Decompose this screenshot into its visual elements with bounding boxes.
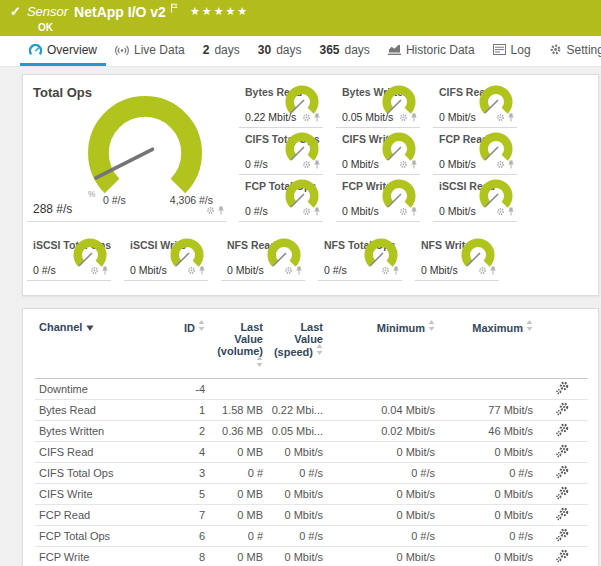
cell-maximum: 0 Mbit/s [439, 505, 537, 526]
table-row: CIFS Total Ops 3 0 # 0 #/s 0 #/s 0 #/s [35, 463, 588, 484]
channel-gauge-fcp-total-ops: FCP Total Ops 0 #/s [239, 175, 323, 222]
channel-settings-gear-icon[interactable] [555, 423, 570, 439]
channel-gauge-iscsi-read: iSCSI Read 0 Mbit/s [433, 175, 517, 222]
tab-log[interactable]: Log [484, 36, 540, 66]
cell-volume: 0 # [209, 526, 267, 547]
tab-label: Log [511, 43, 531, 57]
cell-maximum: 0 Mbit/s [439, 547, 537, 566]
gauge-settings-gear-icon[interactable] [302, 108, 311, 126]
tab-label: days [214, 43, 239, 57]
channel-settings-gear-icon[interactable] [555, 465, 570, 481]
cell-minimum: 0 Mbit/s [327, 547, 439, 566]
cell-maximum: 77 Mbit/s [439, 400, 537, 421]
gauge-pin-icon[interactable] [313, 155, 321, 173]
gauge-pin-icon[interactable] [410, 202, 418, 220]
channel-settings-gear-icon[interactable] [555, 507, 570, 523]
gauge-settings-gear-icon[interactable] [187, 261, 196, 279]
main-gauge: % [77, 93, 213, 209]
gauge-settings-gear-icon[interactable] [399, 108, 408, 126]
gauge-settings-gear-icon[interactable] [90, 261, 99, 279]
cell-channel: FCP Total Ops [35, 526, 163, 547]
gauge-pin-icon[interactable] [489, 261, 497, 279]
tab-live-data[interactable]: Live Data [106, 36, 194, 66]
cell-id: 2 [163, 421, 209, 442]
sort-icon [316, 345, 323, 357]
channel-settings-gear-icon[interactable] [555, 486, 570, 502]
gauge-settings-gear-icon[interactable] [284, 261, 293, 279]
gauge-settings-gear-icon[interactable] [399, 155, 408, 173]
tab-2-days[interactable]: 2days [194, 36, 249, 66]
cell-minimum: 0 Mbit/s [327, 484, 439, 505]
mini-gauge-value: 0 Mbit/s [130, 264, 167, 276]
cell-minimum: 0 #/s [327, 463, 439, 484]
tab-label: days [276, 43, 301, 57]
gauge-pin-icon[interactable] [101, 261, 109, 279]
content-area: Total Ops % 0 #/s 4,306 #/s 288 #/s Byte… [0, 67, 601, 566]
cell-volume: 0 # [209, 463, 267, 484]
column-header-channel[interactable]: Channel [35, 313, 163, 379]
column-header-last-value-speed-[interactable]: Last Value (speed) [267, 313, 327, 379]
channel-settings-gear-icon[interactable] [555, 549, 570, 565]
cell-speed: 0 Mbit/s [267, 484, 327, 505]
cell-id: 1 [163, 400, 209, 421]
gauge-pin-icon[interactable] [392, 261, 400, 279]
table-row: CIFS Write 5 0 MB 0 Mbit/s 0 Mbit/s 0 Mb… [35, 484, 588, 505]
channel-settings-gear-icon[interactable] [555, 528, 570, 544]
mini-gauge-value: 0 Mbit/s [421, 264, 458, 276]
gauge-settings-gear-icon[interactable] [399, 202, 408, 220]
gauge-pin-icon[interactable] [507, 108, 515, 126]
gauge-pin-icon[interactable] [410, 155, 418, 173]
table-row: Bytes Written 2 0.36 MB 0.05 Mbi... 0.02… [35, 421, 588, 442]
cell-id: 7 [163, 505, 209, 526]
gauge-settings-gear-icon[interactable] [478, 261, 487, 279]
gauge-settings-gear-icon[interactable] [381, 261, 390, 279]
table-row: FCP Total Ops 6 0 # 0 #/s 0 #/s 0 #/s [35, 526, 588, 547]
column-header-maximum[interactable]: Maximum [439, 313, 537, 379]
table-row: Downtime -4 [35, 379, 588, 400]
cell-speed: 0 Mbit/s [267, 547, 327, 566]
mini-gauge-grid-bottom: iSCSI Total Ops 0 #/s iSCSI Write 0 Mbit… [27, 234, 590, 281]
gauge-settings-gear-icon[interactable] [496, 155, 505, 173]
tab-label: Historic Data [406, 43, 475, 57]
sort-icon [428, 321, 435, 333]
gauge-pin-icon[interactable] [313, 202, 321, 220]
channels-table-panel: ChannelIDLast Value (volume)Last Value (… [22, 308, 599, 566]
gauge-settings-gear-icon[interactable] [206, 201, 215, 219]
channel-settings-gear-icon[interactable] [555, 444, 570, 460]
tab-30-days[interactable]: 30days [249, 36, 311, 66]
channel-gauge-bytes-written: Bytes Written 0.05 Mbit/s [336, 81, 420, 128]
channel-settings-gear-icon[interactable] [555, 402, 570, 418]
main-gauge-min: 0 #/s [103, 194, 126, 206]
channel-settings-gear-icon[interactable] [555, 381, 570, 397]
tab-overview[interactable]: Overview [20, 36, 106, 66]
gauge-pin-icon[interactable] [410, 108, 418, 126]
cell-minimum [327, 379, 439, 400]
tab-365-days[interactable]: 365days [310, 36, 378, 66]
channel-gauge-iscsi-total-ops: iSCSI Total Ops 0 #/s [27, 234, 111, 281]
cell-channel: FCP Read [35, 505, 163, 526]
gauge-pin-icon[interactable] [313, 108, 321, 126]
cell-id: 8 [163, 547, 209, 566]
gauge-settings-gear-icon[interactable] [302, 202, 311, 220]
gauge-settings-gear-icon[interactable] [496, 108, 505, 126]
table-row: FCP Write 8 0 MB 0 Mbit/s 0 Mbit/s 0 Mbi… [35, 547, 588, 566]
gauge-settings-gear-icon[interactable] [302, 155, 311, 173]
settings-gear-icon [549, 43, 562, 56]
column-header-last-value-volume-[interactable]: Last Value (volume) [209, 313, 267, 379]
cell-volume: 0.36 MB [209, 421, 267, 442]
tab-settings[interactable]: Settings [540, 36, 601, 66]
cell-id: 5 [163, 484, 209, 505]
cell-maximum: 0 Mbit/s [439, 442, 537, 463]
tab-historic-data[interactable]: Historic Data [379, 36, 484, 66]
gauge-pin-icon[interactable] [507, 155, 515, 173]
cell-speed: 0.05 Mbi... [267, 421, 327, 442]
gauge-settings-gear-icon[interactable] [496, 202, 505, 220]
gauge-pin-icon[interactable] [295, 261, 303, 279]
column-header-minimum[interactable]: Minimum [327, 313, 439, 379]
priority-stars[interactable]: ★★★★★ [190, 5, 249, 18]
gauge-pin-icon[interactable] [507, 202, 515, 220]
cell-maximum: 0 Mbit/s [439, 484, 537, 505]
gauge-pin-icon[interactable] [198, 261, 206, 279]
column-header-id[interactable]: ID [163, 313, 209, 379]
gauge-pin-icon[interactable] [217, 201, 225, 219]
